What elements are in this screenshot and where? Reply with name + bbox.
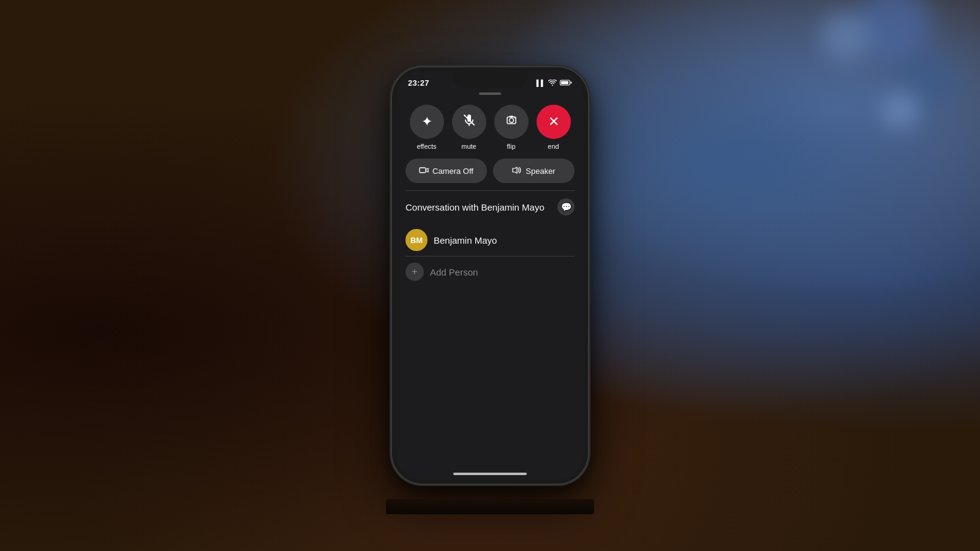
- mute-label: mute: [461, 143, 476, 150]
- battery-icon: [560, 80, 572, 87]
- main-control-buttons: ✦ effects: [405, 105, 575, 150]
- effects-button[interactable]: ✦ effects: [410, 105, 444, 150]
- effects-icon: ✦: [421, 114, 432, 130]
- mute-icon: [462, 113, 476, 130]
- svg-rect-10: [420, 168, 426, 173]
- speaker-button[interactable]: Speaker: [493, 159, 575, 183]
- conversation-title: Conversation with Benjamin Mayo: [405, 202, 545, 212]
- signal-icon: ▌▌: [537, 80, 545, 86]
- end-icon: ✕: [548, 114, 559, 130]
- box-under: [386, 499, 594, 514]
- add-person-label: Add Person: [430, 267, 478, 277]
- effects-label: effects: [417, 143, 436, 150]
- iphone-frame: 23:27 ▌▌: [392, 67, 588, 484]
- svg-point-7: [509, 118, 513, 122]
- status-time: 23:27: [408, 78, 429, 88]
- effects-button-circle: ✦: [410, 105, 444, 139]
- camera-off-icon: [419, 166, 429, 176]
- conversation-section: Conversation with Benjamin Mayo 💬 BM Ben…: [396, 191, 584, 480]
- scroll-pill: [479, 92, 501, 95]
- add-person-row[interactable]: + Add Person: [405, 257, 575, 287]
- speaker-label: Speaker: [526, 167, 555, 176]
- svg-rect-1: [571, 81, 572, 83]
- svg-point-9: [514, 118, 515, 119]
- end-button-circle: ✕: [537, 105, 571, 139]
- notch: [453, 71, 527, 88]
- add-icon-circle: +: [405, 263, 424, 281]
- wifi-icon: [548, 80, 557, 87]
- call-controls: ✦ effects: [396, 100, 584, 190]
- messages-icon: 💬: [561, 202, 571, 212]
- person-row: BM Benjamin Mayo: [405, 224, 575, 257]
- add-icon: +: [412, 267, 417, 277]
- flip-label: flip: [507, 143, 515, 150]
- flip-button[interactable]: flip: [494, 105, 529, 150]
- end-label: end: [548, 143, 559, 150]
- svg-marker-11: [513, 167, 517, 173]
- camera-off-label: Camera Off: [432, 167, 473, 176]
- svg-rect-8: [510, 116, 513, 118]
- scene: 23:27 ▌▌: [0, 0, 980, 551]
- home-indicator: [453, 473, 527, 475]
- secondary-buttons: Camera Off Speaker: [405, 159, 575, 183]
- mute-button[interactable]: mute: [452, 105, 486, 150]
- status-icons: ▌▌: [537, 80, 572, 87]
- conversation-header: Conversation with Benjamin Mayo 💬: [405, 198, 575, 216]
- flip-button-circle: [494, 105, 529, 139]
- mute-button-circle: [452, 105, 486, 139]
- flip-icon: [505, 113, 518, 130]
- iphone-screen: 23:27 ▌▌: [396, 71, 584, 480]
- person-name: Benjamin Mayo: [434, 235, 497, 246]
- speaker-icon: [512, 166, 522, 176]
- messages-button[interactable]: 💬: [557, 198, 575, 216]
- scroll-indicator: [396, 90, 584, 100]
- end-button[interactable]: ✕ end: [537, 105, 571, 150]
- svg-rect-2: [561, 81, 568, 84]
- avatar: BM: [405, 229, 428, 251]
- camera-off-button[interactable]: Camera Off: [405, 159, 487, 183]
